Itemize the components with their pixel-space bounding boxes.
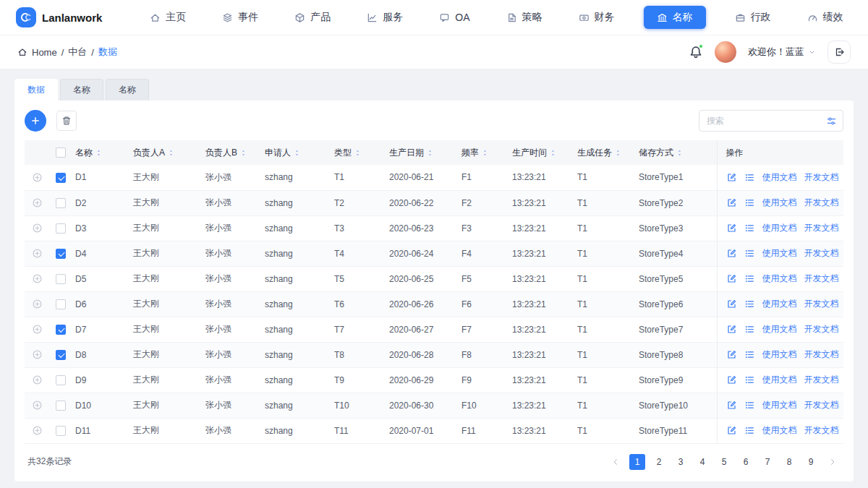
edit-icon[interactable] <box>726 299 737 309</box>
use-doc-link[interactable]: 使用文档 <box>762 399 797 411</box>
detail-list-icon[interactable] <box>744 349 755 360</box>
expand-plus-icon[interactable] <box>32 324 43 335</box>
use-doc-link[interactable]: 使用文档 <box>762 323 797 335</box>
row-checkbox[interactable] <box>56 325 66 335</box>
breadcrumb-item-home[interactable]: Home <box>32 47 57 58</box>
edit-icon[interactable] <box>726 197 737 208</box>
sort-icon[interactable] <box>167 149 175 157</box>
dev-doc-link[interactable]: 开发文档 <box>804 171 839 184</box>
nav-item[interactable]: 事件 <box>215 6 265 29</box>
delete-button[interactable] <box>56 111 77 131</box>
edit-icon[interactable] <box>726 273 737 284</box>
edit-icon[interactable] <box>726 223 737 234</box>
column-header[interactable]: 名称 <box>72 140 130 165</box>
detail-list-icon[interactable] <box>744 324 755 335</box>
detail-list-icon[interactable] <box>744 273 755 284</box>
sort-icon[interactable] <box>95 149 103 157</box>
dev-doc-link[interactable]: 开发文档 <box>804 424 839 437</box>
nav-item[interactable]: 策略 <box>499 6 550 29</box>
sort-icon[interactable] <box>614 149 622 157</box>
expand-plus-icon[interactable] <box>32 425 43 436</box>
row-checkbox[interactable] <box>56 350 66 360</box>
expand-plus-icon[interactable] <box>32 349 43 360</box>
sort-icon[interactable] <box>239 149 247 157</box>
dev-doc-link[interactable]: 开发文档 <box>804 273 839 285</box>
edit-icon[interactable] <box>726 324 737 335</box>
row-checkbox[interactable] <box>56 426 66 436</box>
logout-button[interactable] <box>827 40 851 64</box>
page-button[interactable]: 7 <box>760 454 775 470</box>
column-header[interactable]: 负责人B <box>203 140 262 165</box>
column-header[interactable]: 类型 <box>331 140 386 165</box>
page-button[interactable]: 4 <box>694 454 710 470</box>
nav-item[interactable]: OA <box>432 7 477 28</box>
row-checkbox[interactable] <box>56 375 66 385</box>
page-button[interactable]: 8 <box>781 454 797 470</box>
row-checkbox[interactable] <box>56 249 66 259</box>
expand-plus-icon[interactable] <box>32 273 43 284</box>
column-settings-icon[interactable] <box>826 116 837 127</box>
detail-list-icon[interactable] <box>744 172 755 183</box>
use-doc-link[interactable]: 使用文档 <box>762 247 797 260</box>
row-checkbox[interactable] <box>56 173 66 183</box>
detail-list-icon[interactable] <box>744 197 755 208</box>
column-header[interactable]: 频率 <box>459 140 509 165</box>
column-header[interactable]: 申请人 <box>262 140 331 165</box>
column-header[interactable]: 生产时间 <box>509 140 574 165</box>
add-button[interactable] <box>25 110 46 132</box>
page-button[interactable]: 5 <box>716 454 732 470</box>
column-header[interactable]: 生成任务 <box>574 140 636 165</box>
edit-icon[interactable] <box>726 374 737 385</box>
next-page-button[interactable] <box>825 454 841 470</box>
search-input[interactable] <box>705 115 822 127</box>
expand-plus-icon[interactable] <box>32 374 43 385</box>
edit-icon[interactable] <box>726 172 737 183</box>
notifications-button[interactable] <box>689 45 703 59</box>
detail-list-icon[interactable] <box>744 400 755 411</box>
sort-icon[interactable] <box>426 149 434 157</box>
detail-list-icon[interactable] <box>744 299 755 309</box>
row-checkbox[interactable] <box>56 223 66 234</box>
avatar[interactable] <box>715 41 736 63</box>
column-header[interactable]: 生产日期 <box>386 140 459 165</box>
use-doc-link[interactable]: 使用文档 <box>762 348 797 361</box>
use-doc-link[interactable]: 使用文档 <box>762 222 797 234</box>
row-checkbox[interactable] <box>56 274 66 284</box>
detail-list-icon[interactable] <box>744 374 755 385</box>
nav-item[interactable]: 名称 <box>644 6 706 29</box>
dev-doc-link[interactable]: 开发文档 <box>804 197 839 209</box>
detail-list-icon[interactable] <box>744 248 755 259</box>
edit-icon[interactable] <box>726 425 737 436</box>
use-doc-link[interactable]: 使用文档 <box>762 171 797 184</box>
nav-item[interactable]: 主页 <box>142 6 193 29</box>
sort-icon[interactable] <box>354 149 362 157</box>
row-checkbox[interactable] <box>56 401 66 411</box>
use-doc-link[interactable]: 使用文档 <box>762 374 797 386</box>
sort-icon[interactable] <box>549 149 557 157</box>
page-button[interactable]: 9 <box>803 454 819 470</box>
use-doc-link[interactable]: 使用文档 <box>762 424 797 437</box>
breadcrumb-item-platform[interactable]: 中台 <box>68 46 87 59</box>
detail-list-icon[interactable] <box>744 425 755 436</box>
nav-item[interactable]: 绩效 <box>800 6 851 29</box>
tab[interactable]: 名称 <box>106 79 149 100</box>
sort-icon[interactable] <box>676 149 684 157</box>
column-header[interactable]: 负责人A <box>130 140 203 165</box>
nav-item[interactable]: 财务 <box>571 6 622 29</box>
dev-doc-link[interactable]: 开发文档 <box>804 222 839 234</box>
expand-plus-icon[interactable] <box>32 299 43 309</box>
edit-icon[interactable] <box>726 248 737 259</box>
edit-icon[interactable] <box>726 400 737 411</box>
nav-item[interactable]: 行政 <box>728 6 778 29</box>
page-button[interactable]: 2 <box>651 454 667 470</box>
detail-list-icon[interactable] <box>744 223 755 234</box>
expand-plus-icon[interactable] <box>32 197 43 208</box>
dev-doc-link[interactable]: 开发文档 <box>804 399 839 411</box>
expand-plus-icon[interactable] <box>32 248 43 259</box>
column-header[interactable]: 储存方式 <box>636 140 717 165</box>
sort-icon[interactable] <box>293 149 301 157</box>
expand-plus-icon[interactable] <box>32 400 43 411</box>
nav-item[interactable]: 产品 <box>287 6 338 29</box>
tab[interactable]: 名称 <box>60 79 103 100</box>
use-doc-link[interactable]: 使用文档 <box>762 298 797 310</box>
